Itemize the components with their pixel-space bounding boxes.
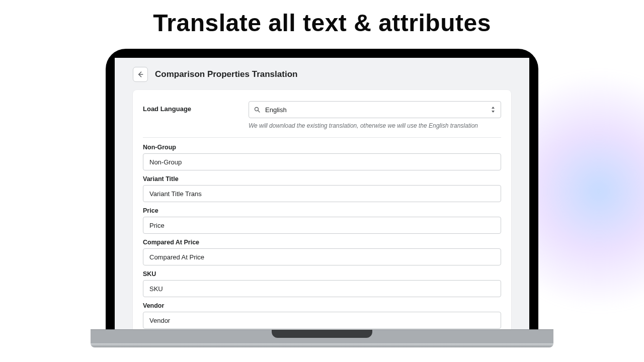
app-screen: Comparison Properties Translation Load L… xyxy=(115,58,529,329)
load-language-row: Load Language English xyxy=(143,101,501,138)
field-variant-title: Variant Title xyxy=(143,175,501,202)
price-label: Price xyxy=(143,207,501,214)
field-vendor: Vendor xyxy=(143,302,501,329)
variant-title-input[interactable] xyxy=(143,185,501,202)
page-title: Comparison Properties Translation xyxy=(155,69,297,79)
laptop-base-bottom xyxy=(91,343,553,347)
arrow-left-icon xyxy=(136,70,144,78)
language-select[interactable]: English xyxy=(249,101,501,118)
price-input[interactable] xyxy=(143,217,501,234)
non-group-input[interactable] xyxy=(143,153,501,170)
hero-title: Translate all text & attributes xyxy=(0,9,644,37)
laptop-base-top xyxy=(91,329,553,343)
laptop-mockup: Comparison Properties Translation Load L… xyxy=(106,49,538,329)
field-compared-at-price: Compared At Price xyxy=(143,239,501,265)
variant-title-label: Variant Title xyxy=(143,175,501,183)
field-price: Price xyxy=(143,207,501,234)
laptop-bezel: Comparison Properties Translation Load L… xyxy=(106,49,538,329)
laptop-base xyxy=(91,329,553,356)
field-sku: SKU xyxy=(143,270,501,297)
compared-at-price-label: Compared At Price xyxy=(143,239,501,246)
load-language-label: Load Language xyxy=(143,101,238,113)
header-row: Comparison Properties Translation xyxy=(133,67,511,82)
laptop-notch xyxy=(272,330,372,338)
sku-label: SKU xyxy=(143,270,501,278)
vendor-label: Vendor xyxy=(143,302,501,309)
back-button[interactable] xyxy=(133,67,148,82)
language-helper-text: We will download the existing translatio… xyxy=(249,122,501,129)
compared-at-price-input[interactable] xyxy=(143,248,501,265)
vendor-input[interactable] xyxy=(143,312,501,329)
non-group-label: Non-Group xyxy=(143,144,501,151)
form-card: Load Language English xyxy=(133,90,511,329)
sku-input[interactable] xyxy=(143,280,501,297)
language-select-value: English xyxy=(265,106,287,114)
field-non-group: Non-Group xyxy=(143,144,501,170)
